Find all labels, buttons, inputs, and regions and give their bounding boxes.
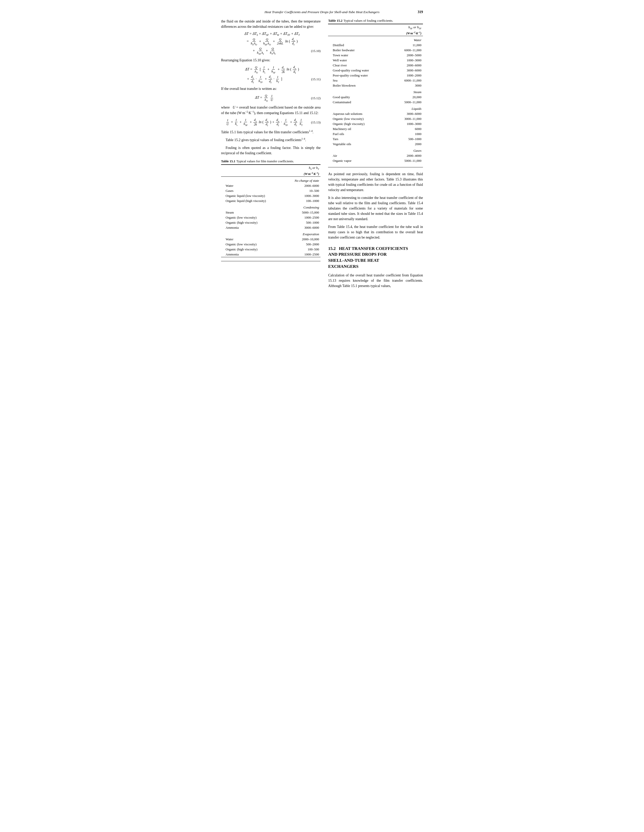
left-column: the fluid on the outside and inside of t… <box>221 19 321 291</box>
equations-block: ΔT = ΔTS + ΔTSF + ΔTW + ΔTTF + ΔTT = QhS… <box>221 32 321 55</box>
page-header-title: Heat Transfer Coefficients and Pressure … <box>261 10 383 14</box>
intro-text: the fluid on the outside and inside of t… <box>221 19 321 29</box>
table151-ref: Table 15.1 lists typical values for the … <box>221 129 321 135</box>
table152: hSF or hTF (W·m−2·K−1) Water Distilled11… <box>328 24 423 163</box>
rearranging-text: Rearranging Equation 15.10 gives: <box>221 58 321 63</box>
fouling-text: Fouling is often quoted as a fouling fac… <box>221 145 321 156</box>
right-para3: From Table 15.4, the heat transfer coeff… <box>328 224 423 240</box>
eq-1511-block: ΔT = QAO [ 1hs + 1hSF + do2k ln ( dodI )… <box>221 66 321 83</box>
right-para1: As pointed out previously, fouling is de… <box>328 171 423 193</box>
table152-title: Table 15.2 <box>328 19 342 23</box>
eq-1513-block: 1U = 1hs + 1hSF + do2k ln ( dodI ) + dod… <box>221 118 321 127</box>
table152-subtitle: Typical values of fouling coefficients. <box>344 19 393 23</box>
if-text: If the overall heat transfer is written … <box>221 86 321 91</box>
section-152-para: Calculation of the overall heat transfer… <box>328 273 423 288</box>
page-number: 319 <box>383 10 423 14</box>
table151-subtitle: Typical values for film transfer coeffic… <box>237 159 294 163</box>
right-para2: It is also interesting to consider the h… <box>328 195 423 222</box>
table152-ref: Table 15.2 gives typical values of fouli… <box>221 137 321 142</box>
table151-container: Table 15.1 Typical values for film trans… <box>221 159 321 261</box>
table151-title: Table 15.1 <box>221 159 235 163</box>
where-text: where U = overall heat transfer coeffici… <box>221 105 321 115</box>
section-152-heading: 15.2 HEAT TRANSFER COEFFICIENTS AND PRES… <box>328 246 423 270</box>
right-column: Table 15.2 Typical values of fouling coe… <box>328 19 423 291</box>
table152-container: Table 15.2 Typical values of fouling coe… <box>328 19 423 167</box>
eq-1512-block: ΔT = QAO 1U (15.12) <box>221 94 321 102</box>
table151: hS or hT (W·m−2·K−1) No change of state … <box>221 164 321 257</box>
